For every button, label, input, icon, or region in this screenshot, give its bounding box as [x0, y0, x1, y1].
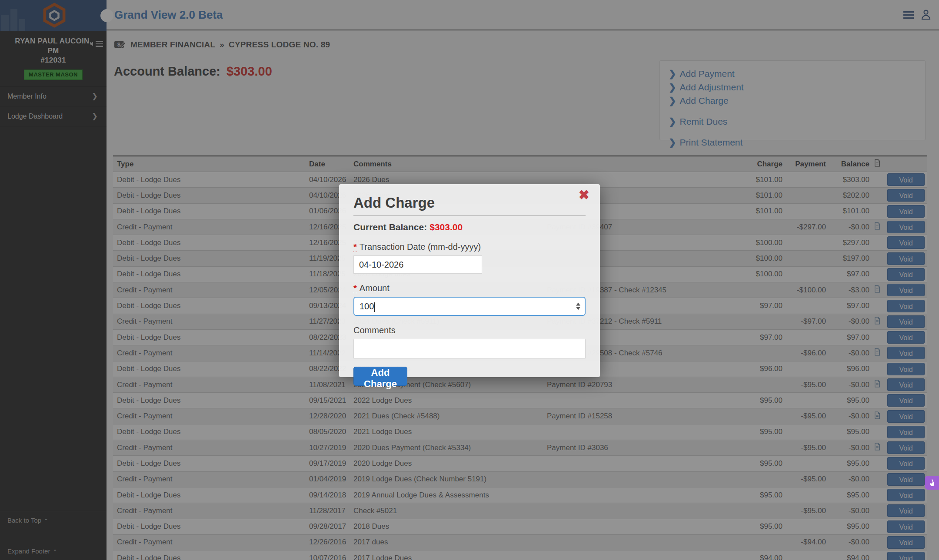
spinner-up-icon[interactable] [576, 303, 580, 306]
amount-label: *Amount [353, 283, 586, 293]
current-balance: Current Balance:$303.00 [353, 222, 586, 232]
add-charge-modal: ✖ Add Charge Current Balance:$303.00 *Tr… [339, 184, 600, 377]
flame-icon [929, 479, 936, 487]
comments-input[interactable] [353, 339, 586, 359]
required-asterisk: * [353, 242, 357, 252]
current-balance-label: Current Balance: [353, 222, 427, 232]
amount-input[interactable]: 100 [353, 297, 586, 316]
comments-label: Comments [353, 325, 586, 335]
spinner-down-icon[interactable] [576, 307, 580, 310]
current-balance-amount: $303.00 [430, 222, 463, 232]
transaction-date-input[interactable] [353, 255, 482, 274]
required-asterisk: * [353, 283, 357, 293]
add-charge-submit-button[interactable]: Add Charge [353, 367, 407, 386]
transaction-date-label: *Transaction Date (mm-dd-yyyy) [353, 242, 586, 252]
number-spinner[interactable] [576, 303, 580, 310]
divider [353, 215, 586, 216]
grand-view-app: RYAN PAUL AUCOIN, PM #12031 MASTER MASON… [0, 0, 939, 560]
text-caret [374, 302, 375, 312]
assistant-widget[interactable] [925, 476, 939, 490]
close-icon[interactable]: ✖ [579, 189, 589, 202]
modal-title: Add Charge [353, 195, 586, 211]
